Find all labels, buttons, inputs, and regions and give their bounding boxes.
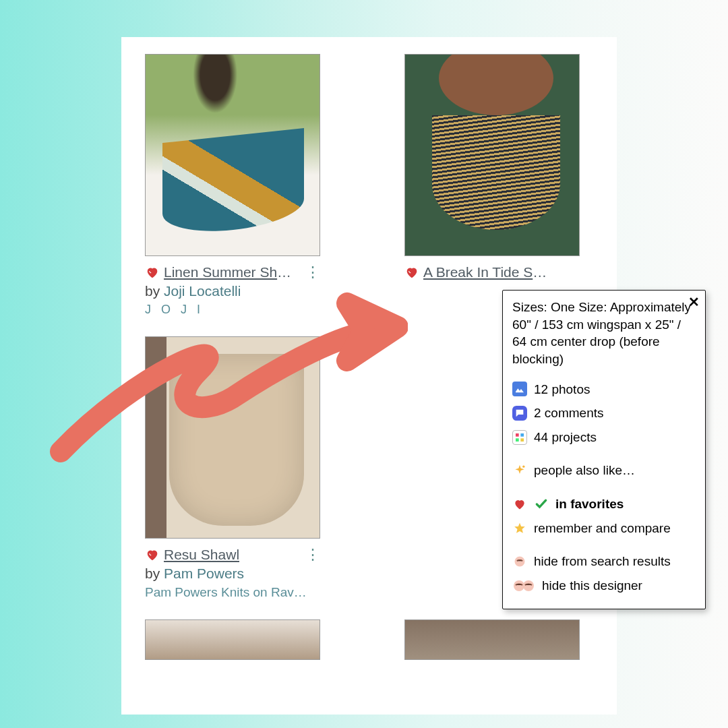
sparkle-icon <box>512 463 527 478</box>
heart-icon <box>404 265 419 280</box>
check-icon <box>534 497 549 512</box>
heart-icon <box>145 265 160 280</box>
pattern-photo[interactable] <box>145 619 320 660</box>
remember-compare-link[interactable]: remember and compare <box>512 516 696 541</box>
results-panel: Linen Summer Sha… ⋮ by Joji Locatelli J … <box>121 37 617 715</box>
brand-link[interactable]: J O J I <box>145 301 320 317</box>
svg-rect-3 <box>520 438 524 442</box>
heart-icon <box>512 497 527 512</box>
svg-rect-2 <box>516 438 519 442</box>
pattern-title-link[interactable]: Linen Summer Sha… <box>164 263 292 282</box>
pattern-card <box>145 619 320 660</box>
pattern-photo[interactable] <box>145 336 320 539</box>
hide-icon <box>512 578 535 593</box>
projects-icon <box>512 430 527 445</box>
photos-link[interactable]: 12 photos <box>512 377 696 402</box>
hide-from-results-link[interactable]: hide from search results <box>512 549 696 574</box>
more-menu-button[interactable]: ⋮ <box>304 265 320 280</box>
svg-point-6 <box>514 580 524 591</box>
svg-point-4 <box>522 466 524 468</box>
svg-rect-0 <box>516 433 519 437</box>
projects-link[interactable]: 44 projects <box>512 425 696 450</box>
designer-link[interactable]: Pam Powers <box>164 566 244 581</box>
photos-icon <box>512 382 527 396</box>
pattern-card: Linen Summer Sha… ⋮ by Joji Locatelli J … <box>145 54 320 317</box>
comments-link[interactable]: 2 comments <box>512 401 696 425</box>
designer-link[interactable]: Joji Locatelli <box>164 283 241 299</box>
hide-icon <box>512 554 527 569</box>
heart-icon <box>145 547 160 562</box>
comments-icon <box>512 406 527 421</box>
pattern-card <box>404 619 580 660</box>
byline: by Pam Powers <box>145 564 320 583</box>
svg-point-7 <box>523 580 534 591</box>
pattern-title-link[interactable]: Resu Shawl <box>164 545 239 564</box>
pattern-card: A Break In Tide Sh… <box>404 54 580 317</box>
pattern-photo[interactable] <box>404 619 580 660</box>
svg-point-5 <box>515 557 525 567</box>
svg-rect-1 <box>520 433 524 437</box>
pattern-card: Resu Shawl ⋮ by Pam Powers Pam Powers Kn… <box>145 336 320 601</box>
in-favorites-row[interactable]: in favorites <box>512 492 696 516</box>
star-icon <box>512 521 527 536</box>
hide-designer-link[interactable]: hide this designer <box>512 574 696 598</box>
sizes-text: Sizes: One Size: Approximately 60" / 153… <box>512 299 696 368</box>
close-icon[interactable]: ✕ <box>688 293 700 311</box>
brand-link[interactable]: Pam Powers Knits on Rav… <box>145 584 320 601</box>
pattern-details-popover: ✕ Sizes: One Size: Approximately 60" / 1… <box>502 290 706 609</box>
pattern-photo[interactable] <box>145 54 320 256</box>
more-menu-button[interactable]: ⋮ <box>304 547 320 562</box>
pattern-photo[interactable] <box>404 54 580 256</box>
byline: by Joji Locatelli <box>145 282 320 301</box>
people-also-like-link[interactable]: people also like… <box>512 458 696 483</box>
pattern-title-link[interactable]: A Break In Tide Sh… <box>423 263 551 282</box>
